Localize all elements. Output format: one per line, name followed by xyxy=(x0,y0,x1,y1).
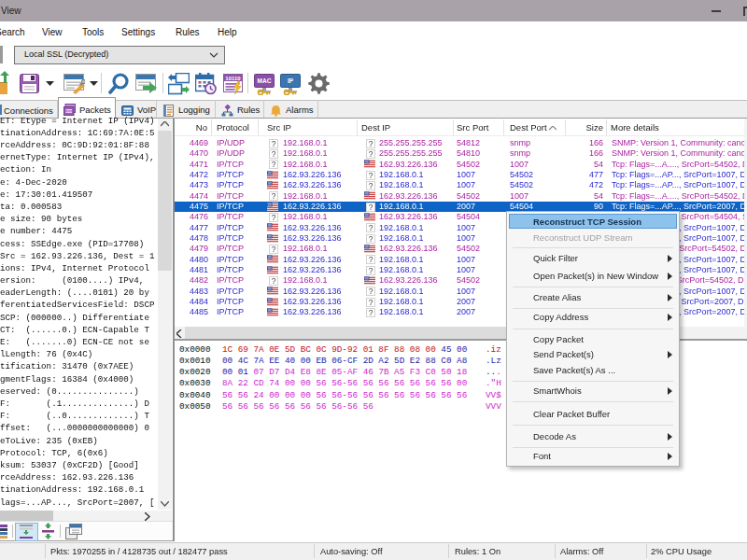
svg-text:?: ? xyxy=(272,139,276,148)
svg-text:?: ? xyxy=(369,255,374,264)
svg-text:?: ? xyxy=(272,276,276,286)
svg-text:?: ? xyxy=(272,149,276,159)
svg-text:MAC: MAC xyxy=(258,77,272,84)
svg-text:?: ? xyxy=(272,160,276,169)
svg-text:?: ? xyxy=(369,181,374,190)
svg-text:10110: 10110 xyxy=(225,76,241,81)
svg-text:?: ? xyxy=(369,298,374,307)
svg-text:?: ? xyxy=(369,203,374,212)
svg-text:?: ? xyxy=(369,266,374,275)
svg-text:?: ? xyxy=(272,213,276,222)
svg-text:?: ? xyxy=(369,308,374,317)
svg-text:?: ? xyxy=(369,171,374,180)
svg-text:?: ? xyxy=(272,191,276,201)
svg-text:?: ? xyxy=(369,287,374,297)
svg-text:IP: IP xyxy=(288,77,294,84)
svg-text:?: ? xyxy=(369,223,374,232)
svg-text:?: ? xyxy=(369,234,374,244)
svg-text:?: ? xyxy=(272,245,276,254)
svg-text:?: ? xyxy=(369,139,374,148)
svg-text:?: ? xyxy=(369,149,374,159)
